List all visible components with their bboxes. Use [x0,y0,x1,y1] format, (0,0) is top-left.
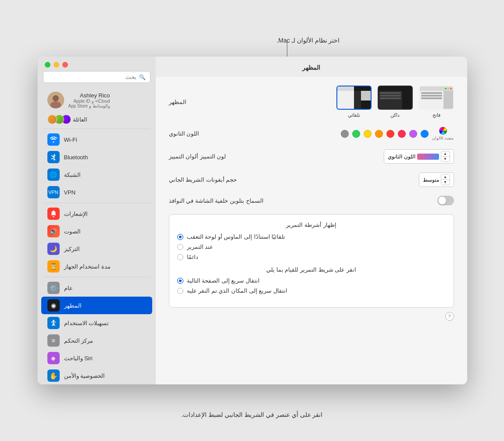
sidebar-item-appearance[interactable]: المظهر ◉ [41,297,152,314]
sound-icon: 🔊 [47,225,60,237]
preview-light-sidebar [443,91,453,110]
sidebar-family-label: العائلة [73,116,87,123]
swatch-pink[interactable] [398,130,406,138]
sidebar-item-focus[interactable]: التركيز 🌙 [41,240,152,258]
annotation-bottom: انقر على أي عنصر في الشريط الجانبي لضبط … [37,410,467,419]
preview-block-2 [421,95,442,97]
scrollbar-click-location-radio[interactable] [177,288,183,294]
scrollbar-option-always[interactable]: دائمًا [177,254,446,260]
scrollbar-click-location-label: انتقال سريع إلى المكان الذي تم النقر علي… [187,287,287,294]
scrollbar-always-radio[interactable] [177,254,183,260]
wallpaper-section: السماح بتلوين خلفية الشاشة في النوافذ [169,196,454,205]
control-center-icon: ≡ [47,334,60,347]
scrollbar-click-location[interactable]: انتقال سريع إلى المكان الذي تم النقر علي… [177,287,446,294]
preview-auto-main [337,91,361,110]
highlight-color-select[interactable]: ▲ ▼ اللون الثانوي [384,149,454,164]
sidebar-titlebar [38,57,156,71]
swatch-purple[interactable] [409,130,417,138]
preview-light-bar [420,86,453,91]
sidebar-item-general[interactable]: عام ⚙️ [41,279,152,297]
swatch-blue[interactable] [421,130,429,138]
swatch-green[interactable] [352,130,360,138]
swatch-yellow[interactable] [364,130,372,138]
sidebar-vpn-label: VPN [64,189,76,196]
sidebar-stepper-up[interactable]: ▲ [441,175,450,180]
sidebar-item-sound[interactable]: الصوت 🔊 [41,222,152,240]
preview-dark-block-3 [380,97,401,99]
scrollbar-scrolling-radio[interactable] [177,244,183,250]
preview-dark-main [379,91,402,110]
scrollbar-next-page[interactable]: انتقال سريع إلى الصفحة التالية [177,277,446,284]
sidebar-item-bluetooth[interactable]: Bluetooth [41,148,152,166]
sidebar-size-stepper[interactable]: ▲ ▼ [441,174,450,185]
preview-dark-block-2 [380,95,401,97]
swatch-gray[interactable] [341,130,349,138]
wallpaper-toggle[interactable] [437,196,454,205]
appearance-option-dark[interactable]: داكن [378,86,413,118]
sidebar-item-wifi[interactable]: Wi-Fi [41,131,152,148]
user-profile[interactable]: Ashley Rico iCloud+ و Apple IDوالوسائط و… [41,88,152,112]
wifi-icon [47,133,60,146]
appearance-option-light[interactable]: فاتح [419,86,454,118]
sidebar-stepper-down[interactable]: ▼ [441,180,450,185]
accent-color-section: متعدد الألوان اللون الثانوي [169,127,454,140]
highlight-color-row: ▲ ▼ اللون الثانوي لون التمييز ألوان التم… [169,149,454,164]
search-input[interactable] [48,74,136,80]
swatch-red[interactable] [386,130,394,138]
scrollbar-click-radio-group: انتقال سريع إلى الصفحة التالية انتقال سر… [177,277,446,294]
sidebar-item-control-center[interactable]: مركز التحكم ≡ [41,332,152,349]
sidebar-item-privacy[interactable]: الخصوصية والأمن ✋ [41,367,152,384]
appearance-row: فاتح [169,86,454,118]
divider-2 [43,203,150,203]
user-subtitle: iCloud+ و Apple IDوالوسائط و App Store [68,99,110,108]
sidebar-size-select[interactable]: ▲ ▼ متوسط [419,172,454,187]
preview-light-main [420,91,443,110]
scrollbar-scrolling-label: عند التمرير [187,244,214,250]
appearance-preview-dark[interactable] [378,86,413,110]
preview-block-1 [421,92,442,94]
sidebar-item-screentime[interactable]: مدة استخدام الجهاز ⏳ [41,258,152,275]
content-area: فاتح [156,77,467,384]
sidebar-icons-row: ▲ ▼ متوسط حجم أيقونات الشريط الجاني [169,172,454,187]
sidebar-item-family[interactable]: العائلة [41,112,152,127]
sidebar-notifications-label: الإشعارات [64,211,88,217]
stepper-up[interactable]: ▲ [441,151,450,157]
minimize-button[interactable] [54,62,59,68]
scrollbar-option-auto[interactable]: تلقائيًا استنادًا إلى الماوس أو لوحة الت… [177,233,446,240]
sidebar-item-vpn[interactable]: VPN VPN [41,183,152,201]
sidebar-item-siri[interactable]: Siri والباحث ◈ [41,349,152,367]
scrollbar-auto-radio[interactable] [177,234,183,240]
svg-point-3 [53,320,54,322]
swatch-orange[interactable] [375,130,383,138]
close-button[interactable] [62,62,68,68]
sidebar-item-accessibility[interactable]: تسهيلات الاستخدام [41,314,152,332]
preview-block-3 [421,97,442,99]
scrollbar-auto-label: تلقائيًا استنادًا إلى الماوس أو لوحة الت… [187,233,286,240]
sidebar-appearance-label: المظهر [64,302,82,309]
appearance-preview-light[interactable] [419,86,454,110]
content-title: المظهر [302,64,320,71]
maximize-button[interactable] [45,62,50,68]
search-box[interactable]: 🔍 [43,71,150,83]
stepper-down[interactable]: ▼ [441,157,450,161]
family-avatar-1 [47,115,57,124]
appearance-options: فاتح [336,86,454,118]
scrollbar-next-page-radio[interactable] [177,278,183,284]
preview-light-content [420,91,453,110]
wallpaper-label: السماح بتلوين خلفية الشاشة في النوافذ [169,197,264,204]
swatch-multicolor[interactable] [439,127,447,135]
appearance-preview-auto[interactable] [336,86,372,110]
sidebar-size-value: متوسط [423,177,439,183]
divider-3 [43,277,150,277]
scrollbar-option-scrolling[interactable]: عند التمرير [177,244,446,250]
highlight-color-stepper[interactable]: ▲ ▼ [441,151,450,162]
screentime-icon: ⏳ [47,260,60,272]
sidebar-privacy-label: الخصوصية والأمن [64,373,105,379]
sidebar-item-notifications[interactable]: الإشعارات [41,205,152,222]
appearance-option-auto[interactable]: تلقائي [336,86,372,118]
help-button[interactable]: ? [445,312,454,321]
user-avatar [47,92,64,108]
sidebar-item-network[interactable]: الشبكة 🌐 [41,166,152,183]
accent-preview [417,154,439,160]
appearance-icon: ◉ [47,299,60,312]
